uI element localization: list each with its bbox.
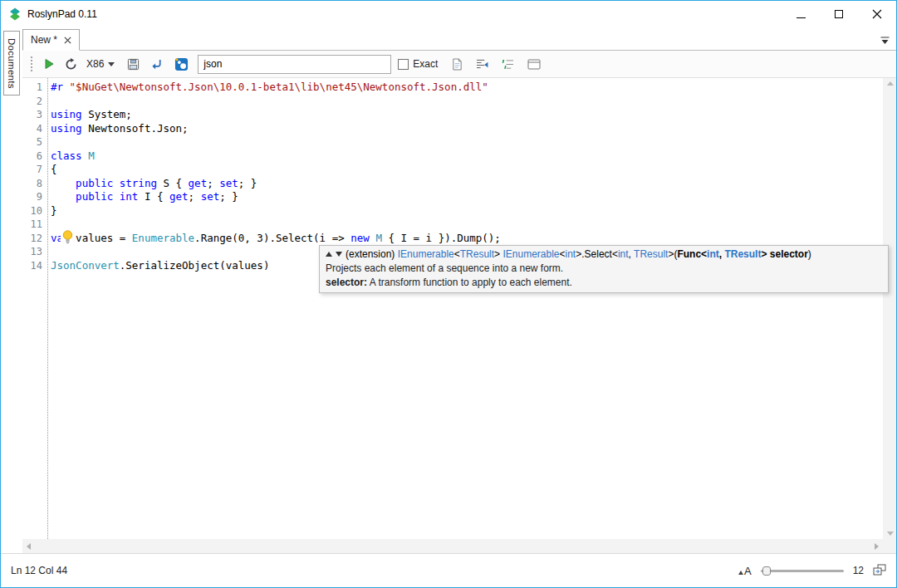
previous-overload-icon[interactable] (326, 252, 332, 257)
tooltip-parameter-desc: A transform function to apply to each el… (367, 277, 572, 288)
document-list-dropdown-icon[interactable] (880, 36, 890, 47)
chevron-down-icon (108, 62, 115, 66)
horizontal-scrollbar[interactable] (22, 539, 883, 553)
format-lines-icon (476, 59, 488, 70)
tooltip-signature: (extension) IEnumerable<TResult> IEnumer… (346, 248, 811, 260)
toolbar: X86 Exact (22, 51, 896, 78)
code-line[interactable]: 4using Newtonsoft.Json; (22, 122, 883, 136)
tab-close-icon[interactable] (64, 37, 71, 44)
code-editor[interactable]: 1#r "$NuGet\Newtonsoft.Json\10.0.1-beta1… (22, 78, 883, 539)
line-number: 4 (22, 122, 42, 136)
code-line[interactable]: 5 (22, 135, 883, 149)
results-panel-button[interactable] (526, 57, 542, 71)
line-number: 2 (22, 95, 42, 109)
code-line[interactable]: 6class M (22, 149, 883, 164)
line-number: 11 (22, 218, 42, 232)
toolbar-grip[interactable] (31, 56, 33, 71)
close-icon (872, 9, 882, 19)
restart-host-button[interactable] (63, 56, 79, 72)
code-line[interactable]: 11 (22, 218, 883, 232)
line-number: 10 (22, 204, 42, 218)
roslynpad-window: RoslynPad 0.11 Documents New * (0, 0, 897, 588)
title-bar: RoslynPad 0.11 (1, 1, 896, 27)
editor-tools-group (450, 56, 542, 72)
tab-label: New * (31, 34, 57, 46)
tab-new[interactable]: New * (22, 29, 80, 51)
scroll-down-icon[interactable] (887, 532, 894, 536)
format-document-button[interactable] (450, 56, 464, 72)
run-button[interactable] (42, 56, 56, 71)
line-number: 12 (22, 232, 42, 246)
slider-thumb[interactable] (762, 566, 771, 576)
vertical-scrollbar[interactable] (883, 78, 897, 539)
line-number: 5 (22, 135, 42, 149)
code-line[interactable]: 7{ (22, 163, 883, 177)
window-title: RoslynPad 0.11 (27, 8, 97, 20)
format-lines-button[interactable] (474, 57, 490, 71)
line-number: 6 (22, 149, 42, 164)
line-number: 9 (22, 190, 42, 204)
platform-label: X86 (86, 58, 104, 70)
font-size-value: 12 (853, 565, 864, 576)
signature-help-tooltip: (extension) IEnumerable<TResult> IEnumer… (319, 245, 889, 293)
exact-match-option[interactable]: Exact (398, 58, 438, 70)
nuget-search-box (198, 55, 391, 74)
caret-position: Ln 12 Col 44 (11, 565, 67, 576)
line-number: 1 (22, 81, 42, 95)
exact-label: Exact (413, 58, 438, 70)
code-line[interactable]: 2 (22, 95, 883, 109)
code-line[interactable]: 3using System; (22, 108, 883, 122)
float-window-icon[interactable] (873, 564, 886, 578)
return-arrow-icon (150, 58, 163, 71)
scroll-right-icon[interactable] (875, 543, 879, 550)
line-number: 8 (22, 177, 42, 191)
scroll-up-icon[interactable] (887, 81, 894, 86)
next-overload-icon[interactable] (336, 252, 342, 257)
open-result-button[interactable] (149, 56, 164, 72)
line-number: 13 (22, 245, 42, 259)
gutter-separator (47, 78, 48, 539)
font-size-icon[interactable]: A (738, 565, 752, 577)
minimize-button[interactable] (782, 1, 820, 27)
code-line[interactable]: 10} (22, 204, 883, 218)
documents-panel-tab[interactable]: Documents (3, 31, 20, 96)
save-icon (127, 58, 140, 71)
code-line[interactable]: 8 public string S { get; set; } (22, 177, 883, 191)
line-number: 7 (22, 163, 42, 177)
platform-dropdown[interactable]: X86 (86, 58, 115, 70)
nuget-icon (174, 57, 189, 71)
document-icon (452, 58, 463, 71)
slider-track[interactable] (761, 570, 844, 572)
maximize-button[interactable] (820, 1, 858, 27)
code-line[interactable]: 12var values = Enumerable.Range(0, 3).Se… (22, 232, 883, 246)
nuget-search-input[interactable] (199, 56, 390, 73)
restart-icon (65, 58, 77, 71)
save-button[interactable] (125, 56, 141, 72)
line-number: 3 (22, 108, 42, 122)
code-lines: 1#r "$NuGet\Newtonsoft.Json\10.0.1-beta1… (22, 81, 883, 272)
tooltip-description: Projects each element of a sequence into… (326, 262, 882, 274)
nuget-button[interactable] (173, 56, 190, 73)
status-right-group: A 12 (738, 564, 886, 578)
lightbulb-icon[interactable] (61, 230, 75, 245)
scroll-left-icon[interactable] (27, 543, 31, 550)
close-button[interactable] (858, 1, 896, 27)
minimize-icon (797, 17, 806, 18)
status-bar: Ln 12 Col 44 A 12 (1, 553, 896, 587)
documents-sidebar: Documents (1, 27, 22, 553)
code-line[interactable]: 1#r "$NuGet\Newtonsoft.Json\10.0.1-beta1… (22, 81, 883, 95)
window-panel-icon (527, 59, 541, 70)
play-icon (43, 58, 55, 70)
documents-label: Documents (7, 38, 17, 89)
exact-checkbox[interactable] (398, 59, 409, 70)
code-line[interactable]: 9 public int I { get; set; } (22, 190, 883, 204)
scrollbar-corner (883, 539, 897, 553)
comment-icon (502, 59, 514, 70)
window-controls (782, 1, 896, 27)
maximize-icon (835, 10, 843, 18)
line-number: 14 (22, 259, 42, 273)
tooltip-parameter: selector: A transform function to apply … (326, 277, 882, 288)
roslynpad-logo-icon (8, 7, 22, 21)
comment-code-button[interactable] (500, 57, 516, 71)
font-size-slider[interactable] (761, 565, 844, 576)
